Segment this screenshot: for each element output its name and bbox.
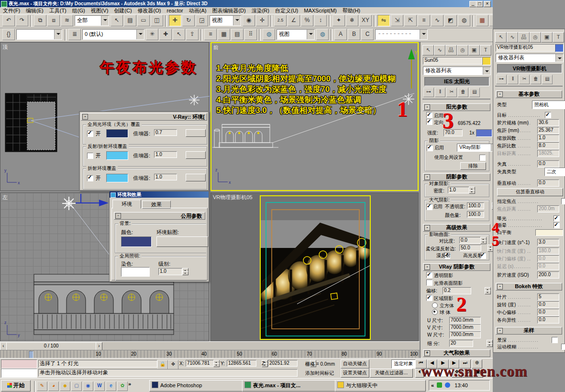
- create-layer-icon[interactable]: ✳: [146, 29, 158, 40]
- motion-blur-checkbox[interactable]: [561, 344, 565, 350]
- opacity-field[interactable]: 100.0: [467, 202, 484, 209]
- viewport-camera-label[interactable]: VR物理摄影机05: [213, 194, 253, 201]
- quicklaunch-msn-icon[interactable]: ✿: [117, 381, 128, 391]
- film-speed-field[interactable]: 200.0: [537, 271, 559, 279]
- quicklaunch-desktop-icon[interactable]: ▢: [71, 381, 82, 391]
- select-link-icon[interactable]: ⧉: [34, 15, 46, 26]
- refr-color-swatch[interactable]: [106, 174, 128, 182]
- atmosphere-effects-rollout[interactable]: +大气和效果: [423, 349, 490, 357]
- subdiv-spinner[interactable]: [487, 340, 492, 347]
- render-preset-dropdown[interactable]: －－－－－－－－－: [375, 29, 428, 40]
- menu-graph-editors[interactable]: 图表编辑器(D): [209, 8, 248, 13]
- auto-key-button[interactable]: 自动关键点: [341, 359, 369, 369]
- wsize-field[interactable]: 7000.0mm: [449, 331, 481, 338]
- refl-on-checkbox[interactable]: [87, 153, 93, 159]
- dropdown-arrow-icon[interactable]: [307, 30, 314, 39]
- property-grid-icon[interactable]: ▦: [218, 29, 230, 40]
- align-icon[interactable]: ⇲: [391, 15, 403, 26]
- tab-motion-icon[interactable]: ◎: [530, 32, 541, 43]
- tray-collapse-icon[interactable]: «: [431, 382, 434, 388]
- make-unique-icon[interactable]: ✂: [519, 75, 530, 84]
- keyboard-override-icon[interactable]: ❄: [346, 15, 358, 26]
- blades-field[interactable]: 5: [537, 293, 559, 301]
- specify-focus-checkbox[interactable]: [561, 198, 565, 204]
- named-selection-icon[interactable]: ✦: [332, 15, 345, 26]
- subdiv-field[interactable]: 20: [449, 340, 473, 347]
- menu-reactor[interactable]: reactor: [164, 8, 186, 13]
- object-name-field[interactable]: Sun05: [423, 57, 482, 65]
- use-global-checkbox[interactable]: [479, 155, 486, 161]
- cube-radio[interactable]: [432, 302, 438, 308]
- start-button[interactable]: 开始: [1, 380, 31, 392]
- configure-stack-icon[interactable]: ▤: [542, 75, 553, 84]
- move-tool-icon[interactable]: ✛: [169, 15, 181, 26]
- white-balance-swatch[interactable]: [535, 229, 563, 236]
- layer-list-icon[interactable]: ≡: [204, 29, 217, 40]
- make-unique-icon[interactable]: ✂: [446, 88, 457, 97]
- teapot-icon[interactable]: ◍: [316, 29, 329, 40]
- scale-tool-icon[interactable]: ◲: [196, 15, 208, 26]
- selection-filter-dropdown[interactable]: 全部: [75, 15, 109, 26]
- viewport-top-label[interactable]: 顶: [2, 44, 8, 51]
- sphere-radio[interactable]: [432, 309, 438, 315]
- smooth-shadows-checkbox[interactable]: [426, 280, 432, 286]
- camera-type-dropdown[interactable]: 照相机: [532, 101, 565, 109]
- crossing-selection-icon[interactable]: ◫: [151, 15, 163, 26]
- refl-color-swatch[interactable]: [106, 151, 128, 160]
- trackbar-frame-marker[interactable]: [29, 351, 33, 358]
- soften-field[interactable]: 50.0: [459, 245, 481, 251]
- density-field[interactable]: 1.0: [448, 187, 470, 193]
- object-color-swatch[interactable]: [482, 57, 491, 65]
- refr-on-checkbox[interactable]: [87, 175, 93, 181]
- usize-field[interactable]: 7000.0mm: [449, 317, 481, 324]
- refr-map-button[interactable]: [186, 174, 206, 181]
- refl-mult-field[interactable]: 1.0: [154, 151, 177, 158]
- rollout-titlebar[interactable]: - V-Ray:: 环境[: [81, 113, 207, 121]
- tab-environment[interactable]: 环境: [112, 200, 141, 209]
- sun-targeted-checkbox[interactable]: [426, 119, 432, 125]
- vsize-field[interactable]: 7000.0mm: [449, 324, 481, 331]
- menu-group[interactable]: 组(G): [69, 8, 88, 13]
- x-coord-field[interactable]: 71006.781: [186, 360, 215, 367]
- select-object-icon[interactable]: ↖: [111, 15, 123, 26]
- quicklaunch-pen-icon[interactable]: ✎: [37, 381, 47, 391]
- menu-help[interactable]: 帮助(H): [340, 8, 363, 13]
- sun-params-rollout[interactable]: -阳光参数: [423, 103, 490, 111]
- show-end-result-icon[interactable]: ‖: [508, 75, 518, 84]
- show-end-result-icon[interactable]: ‖: [435, 88, 445, 97]
- rotation-field[interactable]: 0.0: [537, 301, 559, 308]
- layer-dropdown[interactable]: 0 (默认): [82, 29, 144, 40]
- pin-stack-icon[interactable]: ⊶: [496, 75, 507, 84]
- absolute-mode-icon[interactable]: ✥: [168, 360, 178, 370]
- key-filters-button[interactable]: 关键点过滤器...: [370, 369, 413, 378]
- menu-animation[interactable]: 动画(A): [186, 8, 210, 13]
- collapse-icon[interactable]: -: [115, 213, 121, 219]
- menu-tools[interactable]: 工具(T): [46, 8, 69, 13]
- tab-hierarchy-icon[interactable]: 品: [518, 32, 530, 43]
- menu-edit[interactable]: 编辑(E): [23, 8, 46, 13]
- redo-icon[interactable]: ↷: [16, 15, 28, 26]
- sun-color-swatch[interactable]: [476, 129, 492, 137]
- dialog-titlebar[interactable]: 环境和效果: [110, 191, 209, 198]
- angle-snap-icon[interactable]: ∠: [288, 15, 300, 26]
- bokeh-effects-rollout[interactable]: -Bokeh 特效: [496, 283, 562, 291]
- unlink-icon[interactable]: ⧈: [47, 15, 60, 26]
- vertical-shift-field[interactable]: 0.0: [537, 179, 559, 187]
- transparent-shadows-checkbox[interactable]: [426, 272, 432, 278]
- quicklaunch-ie-icon[interactable]: e: [106, 381, 116, 391]
- remove-modifier-icon[interactable]: 🗑: [458, 88, 468, 97]
- tray-clock[interactable]: 13:40: [454, 382, 468, 388]
- maximize-button[interactable]: □: [476, 1, 483, 7]
- percent-snap-icon[interactable]: %: [301, 15, 313, 26]
- tab-utilities-icon[interactable]: T: [553, 32, 564, 43]
- render-preset-a-icon[interactable]: A: [334, 29, 347, 40]
- anisotropy-field[interactable]: 0.0: [537, 316, 559, 324]
- track-bar[interactable]: 10 20 30 40 50 60 70 80 90 100: [0, 350, 420, 358]
- environment-map-button[interactable]: [156, 236, 208, 247]
- zoom-factor-field[interactable]: 1.0: [537, 134, 559, 142]
- select-by-name-icon[interactable]: ▤: [124, 15, 136, 26]
- focal-length-field[interactable]: 25.367: [537, 127, 559, 134]
- schematic-view-icon[interactable]: ◩: [444, 15, 457, 26]
- menu-maxscript[interactable]: MAXScript(M): [301, 8, 339, 13]
- pin-stack-icon[interactable]: ⊶: [423, 88, 434, 97]
